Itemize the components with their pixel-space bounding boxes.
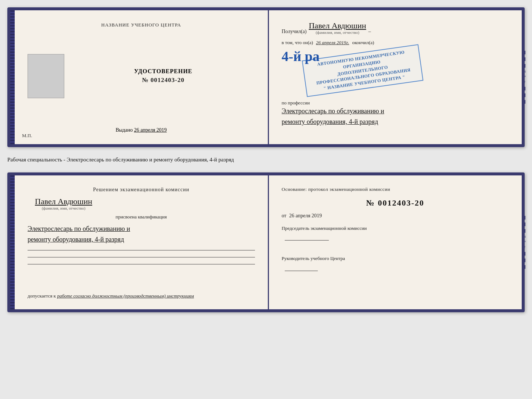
director-section: Руководитель учебного Центра	[282, 254, 509, 274]
bottom-certificate-booklet: Решением экзаменационной комиссии Павел …	[7, 172, 525, 312]
deco-2	[525, 57, 525, 61]
name-field-label-top: (фамилия, имя, отчество)	[316, 30, 359, 35]
from-date-line: от 26 апреля 2019	[282, 213, 509, 219]
bottom-deco-char-arrow: ←	[523, 245, 527, 249]
separator-line-3	[28, 264, 255, 264]
chairman-section: Председатель экзаменационной комиссии	[282, 224, 509, 243]
bottom-deco-5	[525, 259, 525, 262]
qual-line2: ремонту оборудования, 4-й разряд	[28, 234, 255, 245]
in-that-line: в том, что он(а) 26 апреля 2019г. окончи…	[282, 40, 509, 46]
profession-area: по профессии Электрослесарь по обслужива…	[282, 100, 509, 127]
deco-1	[525, 51, 525, 54]
page-wrapper: НАЗВАНИЕ УЧЕБНОГО ЦЕНТРА УДОСТОВЕРЕНИЕ №…	[7, 7, 525, 312]
top-left-page: НАЗВАНИЕ УЧЕБНОГО ЦЕНТРА УДОСТОВЕРЕНИЕ №…	[15, 10, 269, 144]
bottom-person-name: Павел Авдюшин	[35, 197, 92, 206]
in-that-prefix: в том, что он(а)	[282, 40, 313, 46]
issued-line: Выдано 26 апреля 2019	[116, 127, 167, 133]
deco-char-i: и	[523, 71, 527, 72]
right-side-decoration: и а ←	[522, 10, 528, 144]
profession-line1: Электрослесарь по обслуживанию и	[282, 106, 509, 117]
recipient-name-group: Павел Авдюшин (фамилия, имя, отчество)	[309, 21, 366, 35]
received-line: Получил(а) Павел Авдюшин (фамилия, имя, …	[282, 21, 509, 35]
decision-title: Решением экзаменационной комиссии	[28, 186, 255, 193]
profession-prefix: по профессии	[282, 100, 509, 106]
protocol-number: № 0012403-20	[282, 198, 509, 208]
from-prefix: от	[282, 213, 287, 218]
booklet-spine	[10, 10, 15, 144]
director-signature-line	[285, 271, 318, 271]
allowed-line: допускается к работе согласно должностны…	[28, 293, 255, 299]
recipient-name: Павел Авдюшин	[309, 21, 366, 30]
bottom-name-field-label: (фамилия, имя, отчество)	[42, 206, 86, 210]
deco-3	[525, 64, 525, 68]
stamp-box: АВТОНОМНУЮ НЕКОММЕРЧЕСКУЮ ОРГАНИЗАЦИЮ ДО…	[302, 44, 423, 97]
allowed-text: работе согласно должностным (производств…	[57, 293, 194, 299]
separator-line-2	[28, 257, 255, 257]
allowed-prefix: допускается к	[28, 293, 56, 299]
issued-date: 26 апреля 2019	[134, 127, 167, 133]
bottom-booklet-spine	[10, 175, 15, 309]
stamp-big-number: 4-й ра	[282, 49, 320, 63]
basis-label: Основание: протокол экзаменационной коми…	[282, 186, 509, 193]
issued-label: Выдано	[116, 127, 133, 133]
deco-4	[525, 87, 525, 90]
training-center-label: НАЗВАНИЕ УЧЕБНОГО ЦЕНТРА	[101, 21, 181, 29]
chairman-label: Председатель экзаменационной комиссии	[282, 224, 509, 232]
mp-label: М.П.	[22, 133, 32, 139]
bottom-deco-6	[525, 265, 525, 269]
name-dash: –	[368, 29, 371, 35]
specialty-label: Рабочая специальность - Электрослесарь п…	[7, 154, 525, 166]
bottom-deco-4	[525, 252, 525, 256]
director-label: Руководитель учебного Центра	[282, 254, 509, 263]
left-middle-section: УДОСТОВЕРЕНИЕ № 0012403-20	[28, 54, 255, 98]
bottom-deco-2	[525, 222, 525, 226]
deco-char-arrow: ←	[523, 80, 527, 84]
top-right-page: Получил(а) Павел Авдюшин (фамилия, имя, …	[269, 10, 522, 144]
stamp-area: 4-й ра АВТОНОМНУЮ НЕКОММЕРЧЕСКУЮ ОРГАНИЗ…	[282, 52, 509, 90]
finished-label: окончил(а)	[352, 40, 374, 46]
bottom-right-page: Основание: протокол экзаменационной коми…	[269, 175, 522, 309]
deco-char-a: а	[523, 75, 527, 77]
deco-6	[525, 100, 525, 104]
assigned-label: присвоена квалификация	[28, 214, 255, 220]
cert-info: УДОСТОВЕРЕНИЕ № 0012403-20	[72, 68, 255, 84]
received-prefix: Получил(а)	[282, 29, 307, 35]
bottom-deco-char-i: и	[523, 236, 527, 238]
chairman-signature-line	[285, 240, 329, 241]
top-certificate-booklet: НАЗВАНИЕ УЧЕБНОГО ЦЕНТРА УДОСТОВЕРЕНИЕ №…	[7, 7, 525, 147]
bottom-deco-char-a: а	[523, 241, 527, 242]
bottom-deco-1	[525, 216, 525, 220]
qualification-area: Электрослесарь по обслуживанию и ремонту…	[28, 224, 255, 245]
profession-line2: ремонту оборудования, 4-й разряд	[282, 117, 509, 127]
completion-date: 26 апреля 2019г.	[316, 40, 349, 46]
photo-placeholder	[28, 54, 64, 98]
cert-label: УДОСТОВЕРЕНИЕ	[134, 68, 193, 75]
bottom-right-side-decoration: и а ←	[522, 175, 528, 309]
bottom-left-page: Решением экзаменационной комиссии Павел …	[15, 175, 269, 309]
from-date: 26 апреля 2019	[289, 213, 322, 218]
bottom-deco-3	[525, 229, 525, 233]
qual-line1: Электрослесарь по обслуживанию и	[28, 224, 255, 234]
deco-5	[525, 93, 525, 97]
bottom-name-group: Павел Авдюшин (фамилия, имя, отчество)	[35, 197, 92, 210]
separator-line-1	[28, 250, 255, 250]
cert-number: № 0012403-20	[142, 76, 185, 84]
